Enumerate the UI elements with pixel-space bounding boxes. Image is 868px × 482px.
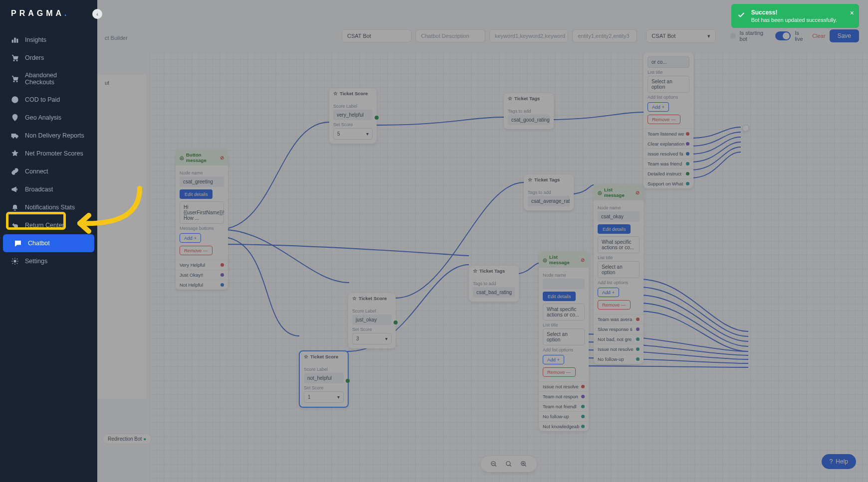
- score-select[interactable]: 1▾: [304, 391, 344, 403]
- score-select[interactable]: 5▾: [333, 128, 373, 140]
- svg-rect-9: [11, 134, 15, 137]
- option-row[interactable]: Team not respon: [539, 391, 589, 401]
- clear-button[interactable]: Clear: [812, 33, 825, 39]
- close-icon[interactable]: ⊘: [636, 190, 640, 195]
- toast-close-icon[interactable]: ×: [850, 9, 854, 17]
- option-row[interactable]: Not Helpful: [176, 280, 228, 290]
- cart-icon: [11, 54, 19, 62]
- sidebar-item-settings[interactable]: Settings: [0, 252, 97, 270]
- output-port[interactable]: [346, 379, 350, 383]
- list-title-label: List title: [598, 255, 640, 260]
- sidebar-item-insights[interactable]: Insights: [0, 31, 97, 49]
- remove-button[interactable]: Remove —: [180, 246, 213, 255]
- output-port[interactable]: [394, 321, 398, 324]
- sidebar-item-broadcast[interactable]: Broadcast: [0, 180, 97, 198]
- option-row[interactable]: Not bad, not gre: [594, 334, 644, 344]
- remove-button[interactable]: Remove —: [543, 367, 576, 377]
- add-list-options-label: Add list options: [543, 347, 585, 352]
- zoom-reset-button[interactable]: [505, 460, 513, 468]
- option-row[interactable]: Just Okay!!: [176, 270, 228, 280]
- sidebar-item-label: Abandoned Checkouts: [25, 72, 86, 86]
- svg-point-16: [506, 462, 510, 466]
- sidebar-item-connect[interactable]: Connect: [0, 162, 97, 180]
- add-list-options-label: Add list options: [598, 280, 640, 285]
- option-row[interactable]: Very Helpful: [176, 260, 228, 270]
- node-ticket-tags[interactable]: ☆ Ticket Tags Tags to add csat_bad_ratin…: [469, 266, 519, 302]
- starting-bot-toggle[interactable]: [775, 31, 791, 40]
- option-row[interactable]: Issue not resolve: [539, 381, 589, 391]
- node-ticket-tags[interactable]: ☆ Ticket Tags Tags to add csat_good_rati…: [504, 93, 554, 129]
- option-row[interactable]: Team listened we: [644, 129, 693, 139]
- score-label-value: just_okay: [352, 315, 392, 325]
- close-icon[interactable]: ⊘: [220, 155, 224, 161]
- svg-point-11: [16, 137, 17, 138]
- sidebar-item-notifications-stats[interactable]: Notifications Stats: [0, 198, 97, 216]
- option-row[interactable]: Clear explanation: [644, 139, 693, 149]
- option-row[interactable]: Team was avera: [594, 314, 644, 324]
- sidebar-item-orders[interactable]: Orders: [0, 49, 97, 67]
- bot-name-input[interactable]: CSAT Bot: [342, 29, 412, 42]
- save-button[interactable]: Save: [830, 29, 859, 42]
- node-ticket-score[interactable]: ☆ Ticket Score Score Label just_okay Set…: [348, 293, 396, 348]
- zoom-in-button[interactable]: [520, 460, 528, 468]
- node-button-message[interactable]: ◎ Button message ⊘ Node name csat_greeti…: [176, 150, 228, 290]
- node-ticket-score[interactable]: ☆ Ticket Score Score Label not_helpful S…: [299, 350, 349, 408]
- node-name-value: [543, 279, 585, 289]
- option-row[interactable]: Team not friendl: [539, 401, 589, 411]
- help-button[interactable]: ? Help: [822, 454, 856, 469]
- node-header: ◎ List message ⊘: [594, 184, 644, 200]
- keywords-input[interactable]: keyword1,keyword2,keyword: [489, 29, 568, 42]
- list-title-select[interactable]: Select an option: [648, 76, 689, 93]
- option-row[interactable]: Support on What: [644, 178, 693, 188]
- list-title-select[interactable]: Select an option: [543, 328, 585, 345]
- node-list-message[interactable]: ◎ List message ⊘ Node name Edit details …: [539, 252, 589, 431]
- sidebar-collapse-button[interactable]: ‹: [92, 9, 102, 19]
- option-row[interactable]: Issue resolved fa: [644, 149, 693, 159]
- output-port[interactable]: [375, 116, 379, 120]
- sidebar-item-net-promoter-scores[interactable]: Net Promoter Scores: [0, 145, 97, 162]
- edit-details-button[interactable]: Edit details: [543, 292, 576, 301]
- add-button[interactable]: Add +: [180, 233, 201, 243]
- list-title-select[interactable]: Select an option: [598, 261, 640, 278]
- option-row[interactable]: No follow-up: [539, 411, 589, 421]
- svg-point-3: [13, 60, 14, 61]
- zoom-out-button[interactable]: [490, 460, 498, 468]
- bot-select[interactable]: CSAT Bot▾: [646, 29, 716, 43]
- remove-button[interactable]: Remove —: [598, 300, 631, 310]
- node-ticket-tags[interactable]: ☆ Ticket Tags Tags to add csat_average_r…: [524, 174, 574, 210]
- edit-details-button[interactable]: Edit details: [180, 189, 213, 199]
- node-ticket-score[interactable]: ☆ Ticket Score Score Label very_helpful …: [329, 88, 377, 144]
- svg-line-19: [525, 465, 526, 467]
- remove-button[interactable]: Remove —: [648, 115, 680, 124]
- option-row[interactable]: No follow-up: [594, 354, 644, 364]
- pin-icon: [11, 114, 19, 122]
- bot-list-item[interactable]: Redirection Bot ●: [102, 434, 152, 444]
- add-button[interactable]: Add +: [648, 102, 669, 112]
- tag-value: csat_average_rat: [528, 196, 570, 206]
- sidebar-item-chatbot[interactable]: Chatbot: [3, 234, 94, 252]
- sidebar-item-return-center[interactable]: Return Center: [0, 216, 97, 234]
- score-select[interactable]: 3▾: [352, 333, 392, 344]
- edit-details-button[interactable]: Edit details: [598, 224, 631, 234]
- close-icon[interactable]: ⊘: [581, 257, 585, 263]
- node-name-value: or co...: [648, 56, 689, 68]
- option-row[interactable]: Slow response ti: [594, 324, 644, 334]
- bot-description-input[interactable]: Chatbot Description: [416, 29, 485, 42]
- entities-input[interactable]: entity1,entity2,entity3: [572, 29, 637, 42]
- sidebar-item-geo-analysis[interactable]: Geo Analysis: [0, 109, 97, 127]
- add-button[interactable]: Add +: [598, 288, 619, 297]
- option-row[interactable]: Team was friend: [644, 159, 693, 168]
- flow-canvas[interactable]: ◎ Button message ⊘ Node name csat_greeti…: [150, 52, 868, 482]
- sidebar-item-cod-to-paid[interactable]: COD to Paid: [0, 91, 97, 109]
- link-icon: [11, 167, 19, 175]
- sidebar-item-abandoned-checkouts[interactable]: Abandoned Checkouts: [0, 67, 97, 91]
- bell-icon: [11, 203, 19, 211]
- node-list-message[interactable]: ◎ List message ⊘ Node name csat_okay Edi…: [594, 184, 644, 364]
- help-label: Help: [836, 458, 848, 465]
- option-row[interactable]: Issue not resolve: [594, 344, 644, 354]
- sidebar-item-non-delivery-reports[interactable]: Non Delivery Reports: [0, 127, 97, 145]
- option-row[interactable]: Detailed instruct: [644, 168, 693, 178]
- node-list-message[interactable]: or co... List title Select an option Add…: [644, 52, 693, 188]
- add-button[interactable]: Add +: [543, 355, 564, 364]
- option-row[interactable]: Not knowledgeab: [539, 421, 589, 431]
